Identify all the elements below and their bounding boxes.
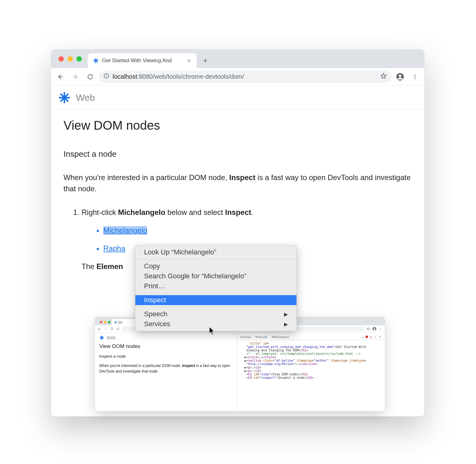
- svg-point-8: [117, 328, 119, 330]
- nested-minimize-button: [104, 321, 106, 323]
- context-menu-separator: [135, 259, 296, 259]
- context-menu: Look Up “Michelangelo” Copy Search Googl…: [135, 245, 297, 331]
- site-title: Web: [76, 92, 95, 103]
- svg-point-4: [399, 74, 402, 77]
- url-text: localhost:8080/web/tools/chrome-devtools…: [113, 73, 244, 80]
- context-menu-search[interactable]: Search Google for “Michelangelo”: [135, 271, 296, 281]
- nested-site-title: Web: [107, 335, 116, 340]
- context-menu-separator: [135, 293, 296, 293]
- nested-h2: Inspect a node: [99, 354, 232, 359]
- svg-point-13: [380, 330, 381, 330]
- browser-tab[interactable]: Get Started With Viewing And: [88, 53, 197, 68]
- artist-michelangelo[interactable]: Michelangelo: [103, 226, 412, 235]
- svg-point-11: [380, 328, 381, 328]
- close-window-button[interactable]: [58, 56, 64, 62]
- site-header: Web: [51, 86, 424, 110]
- tab-title: Get Started With Viewing And: [102, 58, 183, 64]
- devtools-close-icon: [379, 335, 382, 338]
- svg-point-10: [374, 328, 375, 329]
- intro-paragraph: When you're interested in a particular D…: [63, 172, 412, 194]
- favicon-icon: [93, 58, 99, 64]
- devtools-tabs: Sources Network Performance » 6: [239, 334, 383, 340]
- context-menu-print[interactable]: Print…: [135, 281, 296, 291]
- section-heading: Inspect a node: [63, 149, 412, 159]
- window-controls: [58, 56, 82, 62]
- devtools-panel: Sources Network Performance » 6 title" i…: [237, 333, 385, 411]
- svg-point-1: [106, 75, 107, 75]
- nested-star-icon: [366, 327, 371, 332]
- nested-tab: Ge: [112, 319, 137, 325]
- nested-window-controls: [97, 319, 113, 325]
- nested-paragraph: When you're interested in a particular D…: [99, 363, 232, 374]
- site-logo-icon: [58, 92, 70, 104]
- nested-page: Web View DOM nodes Inspect a node When y…: [95, 333, 237, 411]
- new-tab-button[interactable]: [199, 54, 212, 67]
- cursor-icon: [209, 327, 215, 336]
- svg-point-14: [375, 336, 376, 336]
- devtools-settings-icon: [374, 335, 377, 338]
- bookmark-star-icon[interactable]: [380, 72, 387, 81]
- svg-point-16: [375, 337, 376, 338]
- nested-logo-icon: [99, 335, 104, 340]
- browser-toolbar: localhost:8080/web/tools/chrome-devtools…: [51, 68, 424, 86]
- site-info-icon[interactable]: [103, 73, 110, 81]
- menu-button[interactable]: [409, 71, 421, 83]
- nested-screenshot: Ge Web View DOM nodes Inspect a node Whe…: [95, 317, 385, 411]
- nested-body: Web View DOM nodes Inspect a node When y…: [95, 333, 385, 411]
- svg-point-5: [414, 74, 415, 75]
- nested-maximize-button: [108, 321, 110, 323]
- devtools-tabs-more: » 6: [362, 335, 382, 339]
- tab-strip: Get Started With Viewing And: [51, 49, 424, 68]
- svg-point-15: [375, 336, 376, 337]
- minimize-window-button[interactable]: [68, 56, 73, 62]
- context-menu-inspect[interactable]: Inspect: [135, 295, 296, 305]
- svg-point-7: [414, 78, 415, 79]
- nested-forward-icon: [103, 327, 108, 332]
- context-menu-separator: [135, 307, 296, 307]
- svg-rect-2: [106, 76, 107, 77]
- page-heading: View DOM nodes: [63, 118, 412, 132]
- nested-back-icon: [97, 327, 102, 332]
- maximize-window-button[interactable]: [77, 56, 82, 62]
- devtools-tab-sources: Sources: [240, 335, 251, 339]
- nested-close-button: [100, 321, 102, 323]
- svg-point-12: [380, 329, 381, 329]
- nested-info-icon: [115, 327, 120, 332]
- submenu-arrow-icon: ▶: [284, 311, 288, 317]
- devtools-code: title" id= "get_started_with_viewing_and…: [239, 342, 383, 379]
- close-tab-button[interactable]: [186, 58, 192, 63]
- address-bar[interactable]: localhost:8080/web/tools/chrome-devtools…: [99, 71, 391, 83]
- devtools-error-badge: [366, 336, 368, 338]
- context-menu-speech[interactable]: Speech ▶: [135, 309, 296, 319]
- nested-menu-icon: [378, 327, 383, 332]
- back-button[interactable]: [54, 71, 67, 83]
- context-menu-lookup[interactable]: Look Up “Michelangelo”: [135, 247, 296, 257]
- submenu-arrow-icon: ▶: [284, 321, 288, 327]
- profile-button[interactable]: [394, 71, 406, 83]
- context-menu-copy[interactable]: Copy: [135, 261, 296, 271]
- reload-button[interactable]: [84, 71, 96, 83]
- nested-reload-icon: [109, 327, 114, 332]
- nested-profile-icon: [372, 327, 377, 332]
- forward-button[interactable]: [69, 71, 82, 83]
- nested-h1: View DOM nodes: [99, 343, 232, 350]
- devtools-tab-network: Network: [255, 335, 268, 339]
- svg-point-6: [414, 76, 415, 77]
- context-menu-services[interactable]: Services ▶: [135, 319, 296, 329]
- devtools-tab-performance: Performance: [272, 335, 289, 339]
